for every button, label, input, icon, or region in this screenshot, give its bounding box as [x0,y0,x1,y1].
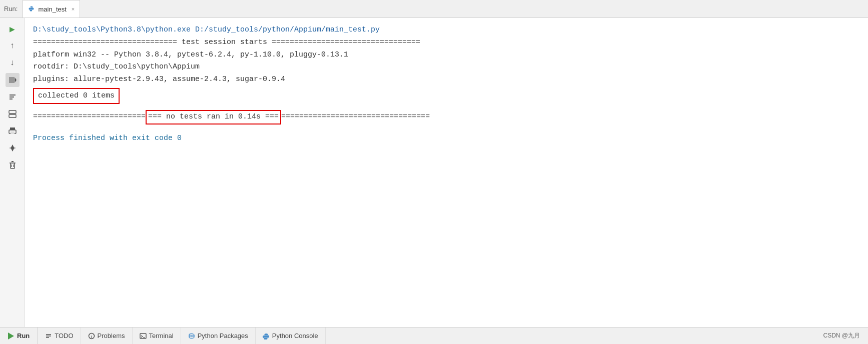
python-packages-icon [188,332,195,340]
pin-button[interactable] [6,141,20,155]
terminal-label: Terminal [149,332,174,340]
run-tab-button[interactable]: Run [0,328,38,344]
watermark-text: CSDN @九月 [823,332,860,339]
svg-marker-15 [9,144,16,152]
sep-after: ================================= [281,111,430,124]
run-tab-label: Run [17,332,30,340]
todo-icon [45,332,52,340]
python-icon [28,6,35,12]
watermark: CSDN @九月 [823,332,868,340]
print-button[interactable] [6,124,20,138]
tab-close-btn[interactable]: × [72,6,75,12]
problems-tab[interactable]: i Problems [81,328,133,344]
output-panel: D:\study_tools\Python3.8\python.exe D:/s… [25,18,868,327]
sort-icon [8,92,17,102]
collected-box: collected 0 items [33,88,120,104]
output-line-1: D:\study_tools\Python3.8\python.exe D:/s… [33,24,860,36]
trash-button[interactable] [6,158,20,172]
python-packages-label: Python Packages [198,332,248,340]
svg-point-1 [32,10,33,10]
collected-line: collected 0 items [33,86,860,106]
layout-icon [8,110,17,118]
bottom-bar: Run TODO i Problems Terminal [0,327,868,344]
svg-rect-4 [9,82,14,82]
layout-button[interactable] [6,107,20,121]
python-console-tab[interactable]: Python Console [256,328,326,344]
terminal-icon [140,332,147,340]
no-tests-line: ============================ no tests ra… [33,110,860,124]
tab-bar: Run: main_test × [0,0,868,18]
sep-before: ========================= [33,111,146,124]
todo-label: TODO [55,332,73,340]
output-line-2: ================================ test se… [33,36,860,49]
svg-rect-2 [9,78,14,78]
svg-rect-9 [9,110,16,114]
svg-rect-10 [9,114,16,118]
main-area: ▶ ↑ ↓ [0,18,868,327]
rerun-icon [8,76,17,84]
svg-rect-14 [11,132,15,134]
process-line: Process finished with exit code 0 [33,132,860,145]
tab-name: main_test [38,6,66,13]
problems-label: Problems [98,332,125,340]
python-console-icon [263,332,270,340]
no-tests-box: === no tests ran in 0.14s === [146,110,281,124]
scroll-up-button[interactable]: ↑ [6,39,20,53]
output-line-4: rootdir: D:\study_tools\python\Appium [33,61,860,74]
python-packages-tab[interactable]: Python Packages [181,328,256,344]
problems-icon: i [88,332,95,340]
svg-rect-3 [9,80,14,80]
rerun-button[interactable] [6,73,20,87]
output-line-3: platform win32 -- Python 3.8.4, pytest-6… [33,49,860,62]
svg-text:i: i [91,334,92,339]
svg-point-0 [31,8,31,8]
scroll-down-button[interactable]: ↓ [6,56,20,70]
run-label: Run: [4,5,18,12]
print-icon [8,126,17,136]
terminal-tab[interactable]: Terminal [133,328,181,344]
tab-main-test[interactable]: main_test × [23,0,80,18]
svg-marker-5 [15,77,17,83]
run-play-icon [8,332,14,340]
trash-icon [8,160,17,170]
pin-icon [8,144,17,152]
todo-tab[interactable]: TODO [38,328,81,344]
left-toolbar: ▶ ↑ ↓ [0,18,25,327]
python-console-label: Python Console [272,332,318,340]
sort-button[interactable] [6,90,20,104]
play-button[interactable]: ▶ [6,22,20,36]
svg-rect-16 [11,163,15,168]
output-line-5: plugins: allure-pytest-2.9.43, assume-2.… [33,74,860,86]
